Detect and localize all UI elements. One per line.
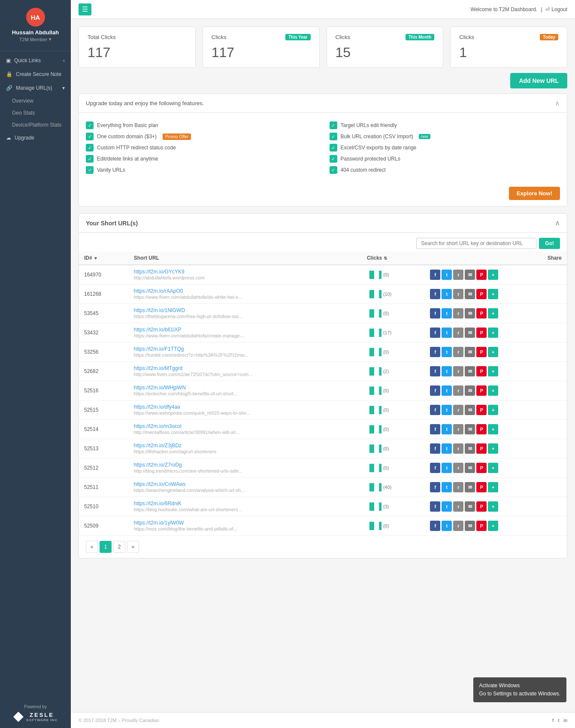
more-share-button[interactable]: + — [488, 424, 498, 434]
pinterest-share-button[interactable]: P — [476, 385, 487, 396]
sidebar-item-overview[interactable]: Overview — [0, 95, 71, 107]
reddit-share-button[interactable]: r — [453, 482, 463, 492]
search-go-button[interactable]: Go! — [539, 238, 560, 249]
twitter-share-button[interactable]: t — [442, 289, 452, 299]
facebook-share-button[interactable]: f — [430, 501, 440, 512]
more-share-button[interactable]: + — [488, 270, 498, 280]
reddit-share-button[interactable]: r — [453, 366, 463, 376]
short-url-link[interactable]: https://t2m.io/CnWAws — [134, 481, 186, 487]
twitter-share-button[interactable]: t — [442, 328, 452, 338]
email-share-button[interactable]: ✉ — [465, 501, 475, 512]
short-url-link[interactable]: https://t2m.io/dfy4aa — [134, 404, 180, 410]
facebook-share-button[interactable]: f — [430, 463, 440, 473]
short-url-link[interactable]: https://t2m.io/rAApO0 — [134, 288, 183, 294]
page-1-button[interactable]: 1 — [100, 541, 112, 553]
collapse-icon[interactable]: ∧ — [555, 219, 560, 227]
more-share-button[interactable]: + — [488, 405, 498, 415]
facebook-share-button[interactable]: f — [430, 366, 440, 376]
facebook-share-button[interactable]: f — [430, 443, 440, 454]
pinterest-share-button[interactable]: P — [476, 521, 487, 531]
more-share-button[interactable]: + — [488, 443, 498, 454]
twitter-share-button[interactable]: t — [442, 424, 452, 434]
twitter-share-button[interactable]: t — [442, 521, 452, 531]
email-share-button[interactable]: ✉ — [465, 443, 475, 454]
email-share-button[interactable]: ✉ — [465, 463, 475, 473]
more-share-button[interactable]: + — [488, 521, 498, 531]
short-url-link[interactable]: https://t2m.io/m3ocoI — [134, 423, 182, 429]
email-share-button[interactable]: ✉ — [465, 308, 475, 318]
logout-button[interactable]: ⏎ Logout — [545, 6, 567, 12]
short-url-link[interactable]: https://t2m.io/b61iXP — [134, 327, 182, 333]
twitter-share-button[interactable]: t — [442, 501, 452, 512]
reddit-share-button[interactable]: r — [453, 405, 463, 415]
email-share-button[interactable]: ✉ — [465, 405, 475, 415]
email-share-button[interactable]: ✉ — [465, 289, 475, 299]
more-share-button[interactable]: + — [488, 328, 498, 338]
reddit-share-button[interactable]: r — [453, 308, 463, 318]
page-2-button[interactable]: 2 — [113, 541, 125, 553]
twitter-share-button[interactable]: t — [442, 347, 452, 357]
reddit-share-button[interactable]: r — [453, 443, 463, 454]
facebook-share-button[interactable]: f — [430, 424, 440, 434]
more-share-button[interactable]: + — [488, 289, 498, 299]
email-share-button[interactable]: ✉ — [465, 521, 475, 531]
pinterest-share-button[interactable]: P — [476, 463, 487, 473]
pinterest-share-button[interactable]: P — [476, 328, 487, 338]
facebook-share-button[interactable]: f — [430, 521, 440, 531]
collapse-icon[interactable]: ∧ — [555, 99, 560, 107]
sort-icon[interactable]: ⇅ — [384, 256, 387, 261]
page-prev-button[interactable]: « — [86, 541, 98, 553]
reddit-share-button[interactable]: r — [453, 424, 463, 434]
more-share-button[interactable]: + — [488, 501, 498, 512]
facebook-share-button[interactable]: f — [430, 405, 440, 415]
instagram-icon[interactable]: in — [563, 718, 567, 723]
twitter-share-button[interactable]: t — [442, 443, 452, 454]
facebook-share-button[interactable]: f — [430, 482, 440, 492]
twitter-share-button[interactable]: t — [442, 463, 452, 473]
facebook-share-button[interactable]: f — [430, 328, 440, 338]
short-url-link[interactable]: https://t2m.io/1NlGWD — [134, 307, 185, 313]
search-input[interactable] — [416, 238, 536, 249]
pinterest-share-button[interactable]: P — [476, 405, 487, 415]
sidebar-item-securenote[interactable]: 🔒 Create Secure Note — [0, 67, 71, 81]
sidebar-item-geostats[interactable]: Geo Stats — [0, 107, 71, 119]
email-share-button[interactable]: ✉ — [465, 385, 475, 396]
twitter-share-button[interactable]: t — [442, 366, 452, 376]
reddit-share-button[interactable]: r — [453, 521, 463, 531]
twitter-icon[interactable]: t — [558, 718, 559, 723]
short-url-link[interactable]: https://t2m.io/6RdniK — [134, 500, 182, 507]
hamburger-button[interactable]: ☰ — [79, 3, 91, 15]
reddit-share-button[interactable]: r — [453, 289, 463, 299]
email-share-button[interactable]: ✉ — [465, 270, 475, 280]
short-url-link[interactable]: https://t2m.io/Z7roDg — [134, 462, 182, 468]
short-url-link[interactable]: https://t2m.io/MTggrd — [134, 365, 182, 371]
twitter-share-button[interactable]: t — [442, 385, 452, 396]
more-share-button[interactable]: + — [488, 366, 498, 376]
more-share-button[interactable]: + — [488, 463, 498, 473]
pinterest-share-button[interactable]: P — [476, 289, 487, 299]
reddit-share-button[interactable]: r — [453, 385, 463, 396]
facebook-share-button[interactable]: f — [430, 385, 440, 396]
short-url-link[interactable]: https://t2m.io/Z3jBDz — [134, 443, 182, 449]
more-share-button[interactable]: + — [488, 482, 498, 492]
twitter-share-button[interactable]: t — [442, 308, 452, 318]
email-share-button[interactable]: ✉ — [465, 482, 475, 492]
short-url-link[interactable]: https://t2m.io/GYcYK9 — [134, 269, 185, 275]
reddit-share-button[interactable]: r — [453, 270, 463, 280]
twitter-share-button[interactable]: t — [442, 482, 452, 492]
reddit-share-button[interactable]: r — [453, 328, 463, 338]
reddit-share-button[interactable]: r — [453, 501, 463, 512]
pinterest-share-button[interactable]: P — [476, 443, 487, 454]
more-share-button[interactable]: + — [488, 308, 498, 318]
reddit-share-button[interactable]: r — [453, 347, 463, 357]
facebook-share-button[interactable]: f — [430, 289, 440, 299]
pinterest-share-button[interactable]: P — [476, 482, 487, 492]
sidebar-item-quicklinks[interactable]: ▣ Quick Links ‹ — [0, 54, 71, 67]
more-share-button[interactable]: + — [488, 347, 498, 357]
sidebar-item-devicestats[interactable]: Device/Platform Stats — [0, 119, 71, 131]
pinterest-share-button[interactable]: P — [476, 424, 487, 434]
add-new-url-button[interactable]: Add New URL — [510, 73, 567, 88]
reddit-share-button[interactable]: r — [453, 463, 463, 473]
sidebar-item-upgrade[interactable]: ☁ Upgrade — [0, 131, 71, 145]
twitter-share-button[interactable]: t — [442, 270, 452, 280]
